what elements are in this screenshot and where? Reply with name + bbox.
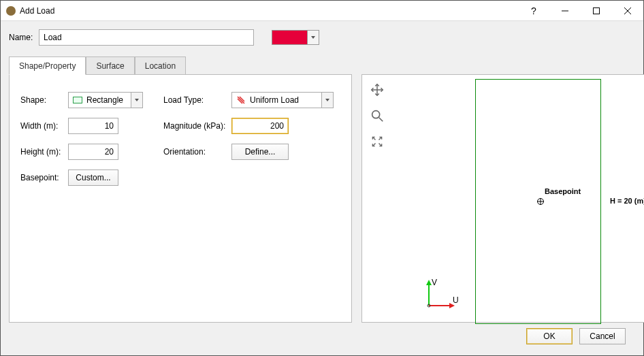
- preview-height-annotation: H = 20 (m): [610, 197, 644, 205]
- load-type-label: Load Type:: [163, 95, 231, 105]
- button-label: Cancel: [590, 331, 615, 341]
- color-picker[interactable]: [272, 30, 319, 45]
- tab-strip: Shape/Property Surface Location: [9, 56, 635, 74]
- maximize-button[interactable]: [581, 1, 612, 21]
- titlebar: Add Load ?: [1, 1, 643, 21]
- basepoint-marker-icon: [536, 197, 545, 206]
- zoom-extents-tool[interactable]: [368, 132, 387, 151]
- tab-shape-property[interactable]: Shape/Property: [9, 56, 86, 75]
- axis-u-label: U: [453, 295, 459, 305]
- svg-rect-1: [594, 7, 600, 14]
- load-type-dropdown-button[interactable]: [321, 92, 334, 108]
- preview-canvas[interactable]: Basepoint H = 20 (m) V U: [392, 75, 644, 322]
- shape-property-panel: Shape: Rectangle Load Type: Uniform Load…: [9, 74, 352, 323]
- dialog-content: Name: Shape/Property Surface Location Sh…: [1, 21, 643, 355]
- define-orientation-button[interactable]: Define...: [231, 144, 289, 160]
- preview-panel: Basepoint H = 20 (m) V U: [361, 74, 644, 323]
- tab-label: Location: [145, 61, 176, 71]
- tab-label: Shape/Property: [19, 61, 76, 71]
- height-input[interactable]: [68, 144, 118, 160]
- zoom-tool[interactable]: [368, 106, 387, 125]
- help-button[interactable]: ?: [518, 1, 549, 21]
- close-button[interactable]: [612, 1, 643, 21]
- color-swatch: [272, 30, 307, 45]
- chevron-down-icon: [325, 99, 329, 101]
- width-label: Width (m):: [20, 121, 68, 131]
- shape-combobox[interactable]: Rectangle: [68, 92, 143, 108]
- button-label: Custom...: [76, 173, 110, 182]
- load-icon: [236, 95, 246, 105]
- basepoint-button[interactable]: Custom...: [68, 169, 118, 186]
- dialog-footer: OK Cancel: [9, 323, 635, 350]
- magnitude-label: Magnitude (kPa):: [163, 121, 231, 131]
- pan-tool[interactable]: [368, 80, 387, 99]
- preview-axes: V U: [419, 277, 457, 315]
- dialog-window: Add Load ? Name: Shape/Property Surface …: [0, 0, 644, 356]
- svg-marker-19: [426, 280, 432, 285]
- name-row: Name:: [9, 29, 635, 46]
- shape-dropdown-button[interactable]: [131, 92, 143, 108]
- minimize-button[interactable]: [549, 1, 581, 21]
- button-label: OK: [543, 331, 555, 341]
- window-title: Add Load: [20, 6, 54, 16]
- height-label: Height (m):: [20, 147, 68, 157]
- shape-label: Shape:: [20, 95, 68, 105]
- preview-toolbar: [362, 75, 392, 322]
- basepoint-label: Basepoint:: [20, 173, 68, 182]
- load-type-combobox[interactable]: Uniform Load: [231, 92, 334, 108]
- button-label: Define...: [245, 147, 276, 157]
- rectangle-icon: [73, 97, 82, 103]
- tab-location[interactable]: Location: [135, 56, 186, 75]
- ok-button[interactable]: OK: [526, 328, 573, 344]
- axis-v-label: V: [432, 278, 437, 287]
- magnitude-input[interactable]: [231, 118, 289, 134]
- work-area: Shape: Rectangle Load Type: Uniform Load…: [9, 74, 635, 323]
- name-input[interactable]: [39, 29, 254, 46]
- chevron-down-icon: [311, 36, 315, 39]
- name-label: Name:: [9, 33, 32, 42]
- svg-line-10: [379, 118, 383, 122]
- cancel-button[interactable]: Cancel: [579, 328, 626, 344]
- color-dropdown-button[interactable]: [307, 30, 319, 45]
- width-input[interactable]: [68, 118, 118, 134]
- preview-basepoint-label: Basepoint: [545, 187, 581, 195]
- svg-point-9: [372, 111, 380, 118]
- chevron-down-icon: [135, 99, 139, 101]
- load-type-value: Uniform Load: [250, 95, 299, 105]
- tab-surface[interactable]: Surface: [86, 56, 134, 75]
- orientation-label: Orientation:: [163, 147, 231, 157]
- tab-label: Surface: [96, 61, 124, 71]
- shape-value: Rectangle: [86, 95, 123, 105]
- app-icon: [6, 6, 16, 16]
